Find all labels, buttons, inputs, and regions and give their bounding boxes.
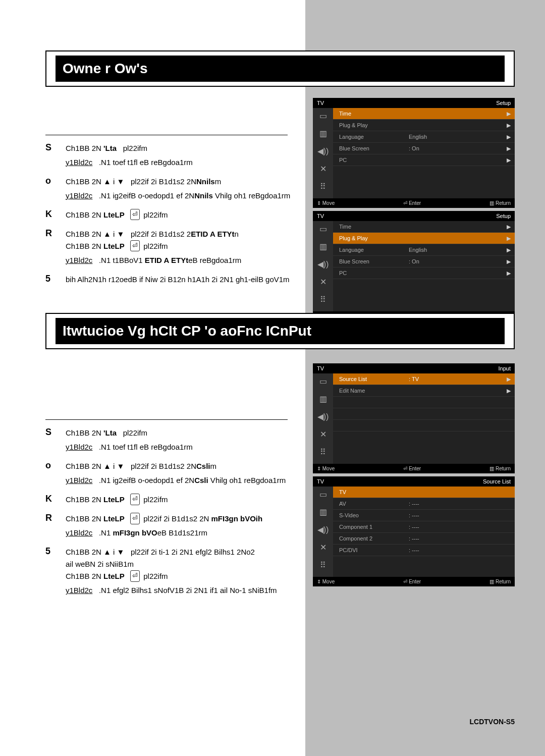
enter-icon: ⏎ — [130, 570, 140, 582]
enter-icon: ⏎ — [130, 494, 140, 505]
step-number: S — [45, 142, 66, 169]
enter-icon: ⏎ — [130, 240, 140, 252]
section2-intro — [45, 371, 283, 406]
step-row: R Ch1BB 2N LteLP ⏎ pl22if 2i B1d1s2 2N m… — [45, 513, 298, 539]
page: Owne r Ow's S Ch1BB 2N 'Lta pl22ifm y1Bl… — [0, 0, 545, 756]
step-row: o Ch1BB 2N ▲ i ▼ pl22if 2i B1d1s2 2NNnil… — [45, 176, 298, 202]
step-row: 5 bih Alh2N1h r12oedB if Niw 2i B12n h1A… — [45, 274, 298, 286]
step-row: S Ch1BB 2N 'Lta pl22ifm y1Bld2c .N1 toef… — [45, 427, 298, 453]
step-row: R Ch1BB 2N ▲ i ▼ pl22if 2i B1d1s2 2ETID … — [45, 228, 298, 266]
section1-intro — [45, 109, 283, 121]
step-row: 5 Ch1BB 2N ▲ i ▼ pl22if 2i ti-1 2i 2N1 e… — [45, 546, 298, 597]
divider — [45, 419, 288, 420]
enter-icon: ⏎ — [130, 513, 140, 524]
section2-title-bar: Itwtucioe Vg hCIt CP 'o aoFnc ICnPut — [45, 313, 515, 349]
section1-title: Owne r Ow's — [56, 56, 505, 82]
step-row: S Ch1BB 2N 'Lta pl22ifm y1Bld2c .N1 toef… — [45, 142, 298, 169]
section2-title: Itwtucioe Vg hCIt CP 'o aoFnc ICnPut — [56, 318, 505, 344]
step-row: K Ch1BB 2N LteLP ⏎ pl22ifm — [45, 209, 298, 221]
section1-title-bar: Owne r Ow's — [45, 50, 515, 87]
divider — [45, 135, 288, 135]
step-row: K Ch1BB 2N LteLP ⏎ pl22ifm — [45, 494, 298, 506]
page-footer-code: LCDTVON-S5 — [470, 718, 515, 726]
main-content: Owne r Ow's S Ch1BB 2N 'Lta pl22ifm y1Bl… — [0, 0, 545, 597]
step-body: Ch1BB 2N 'Lta pl22ifm y1Bld2c .N1 toef t… — [66, 142, 298, 169]
step-row: o Ch1BB 2N ▲ i ▼ pl22if 2i B1d1s2 2NCsli… — [45, 460, 298, 487]
enter-icon: ⏎ — [130, 209, 140, 221]
